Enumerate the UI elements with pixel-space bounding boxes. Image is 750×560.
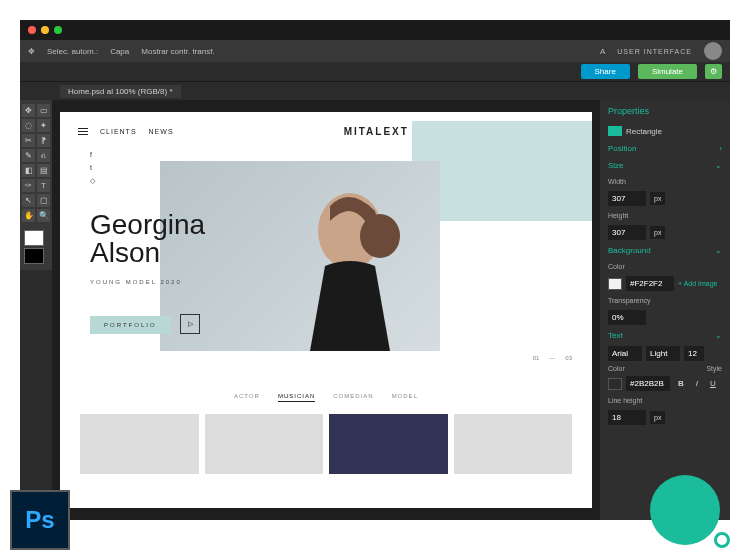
decorative-circle-small	[714, 532, 730, 548]
photoshop-badge: Ps	[10, 490, 70, 550]
width-label: Width	[600, 174, 730, 189]
app-window: ✥ Selec. autom.: Capa Mostrar contr. tra…	[20, 20, 730, 520]
shape-name: Rectangle	[626, 127, 662, 136]
font-select[interactable]	[608, 346, 642, 361]
simulate-button[interactable]: Simulate	[638, 64, 697, 79]
shape-tool-icon[interactable]: ▢	[37, 194, 50, 207]
hero-subtitle: YOUNG MODEL 2020	[90, 279, 182, 285]
stamp-tool-icon[interactable]: ⎌	[37, 149, 50, 162]
bg-color-input[interactable]	[626, 276, 674, 291]
underline-button[interactable]: U	[706, 377, 720, 390]
nav-news[interactable]: NEWS	[149, 128, 174, 135]
brush-tool-icon[interactable]: ✎	[22, 149, 35, 162]
add-image-button[interactable]: + Add Image	[678, 280, 718, 287]
background-swatch[interactable]	[24, 248, 44, 264]
portfolio-button[interactable]: PORTFOLIO	[90, 316, 171, 334]
layer-dropdown[interactable]: Capa	[110, 47, 129, 56]
chevron-down-icon: ⌄	[715, 331, 722, 340]
style-label: Style	[706, 365, 722, 372]
cat-model[interactable]: MODEL	[392, 393, 418, 402]
maximize-icon[interactable]	[54, 26, 62, 34]
text-section[interactable]: Text⌄	[600, 327, 730, 344]
fontsize-input[interactable]	[684, 346, 704, 361]
workspace: ✥ ▭ ◌ ✦ ✂ ⁋ ✎ ⎌ ◧ ▤ ✑ T ↖ ▢ ✋ 🔍	[20, 100, 730, 520]
cat-comedian[interactable]: COMEDIAN	[333, 393, 373, 402]
left-panels: ✥ ▭ ◌ ✦ ✂ ⁋ ✎ ⎌ ◧ ▤ ✑ T ↖ ▢ ✋ 🔍	[20, 100, 52, 520]
lasso-tool-icon[interactable]: ◌	[22, 119, 35, 132]
nav-clients[interactable]: CLIENTS	[100, 128, 137, 135]
hand-tool-icon[interactable]: ✋	[22, 209, 35, 222]
crop-tool-icon[interactable]: ✂	[22, 134, 35, 147]
auto-select-label: Selec. autom.:	[47, 47, 98, 56]
thumbnail[interactable]	[454, 414, 573, 474]
design-canvas[interactable]: CLIENTS NEWS MITALEXT ⌕ f t ◇	[60, 112, 592, 508]
type-tool-icon[interactable]: T	[37, 179, 50, 192]
canvas-area[interactable]: CLIENTS NEWS MITALEXT ⌕ f t ◇	[52, 100, 600, 520]
page-total: 03	[565, 355, 572, 361]
path-tool-icon[interactable]: ↖	[22, 194, 35, 207]
play-button[interactable]: ▷	[180, 314, 200, 334]
instagram-icon[interactable]: ◇	[90, 177, 95, 185]
chevron-right-icon: ›	[719, 144, 722, 153]
twitter-icon[interactable]: t	[90, 164, 95, 171]
zoom-tool-icon[interactable]: 🔍	[37, 209, 50, 222]
brand-logo: MITALEXT	[344, 126, 409, 137]
marquee-tool-icon[interactable]: ▭	[37, 104, 50, 117]
transparency-input[interactable]	[608, 310, 646, 325]
move-tool-icon[interactable]: ✥	[22, 104, 35, 117]
pen-tool-icon[interactable]: ✑	[22, 179, 35, 192]
minimize-icon[interactable]	[41, 26, 49, 34]
text-color-input[interactable]	[626, 376, 670, 391]
panel-title: Properties	[600, 100, 730, 122]
eyedropper-tool-icon[interactable]: ⁋	[37, 134, 50, 147]
social-links: f t ◇	[90, 151, 95, 185]
avatar[interactable]	[704, 42, 722, 60]
width-unit[interactable]: px	[650, 192, 665, 205]
text-a-icon[interactable]: A	[600, 47, 605, 56]
transparency-label: Transparency	[600, 293, 730, 308]
document-tabs: Home.psd al 100% (RGB/8) *	[20, 82, 730, 100]
options-bar: ✥ Selec. autom.: Capa Mostrar contr. tra…	[20, 40, 730, 62]
gradient-tool-icon[interactable]: ▤	[37, 164, 50, 177]
page-current: 01	[533, 355, 540, 361]
user-interface-label: USER INTERFACE	[617, 48, 692, 55]
settings-button[interactable]: ⚙	[705, 64, 722, 79]
color-label: Color	[600, 259, 730, 274]
share-button[interactable]: Share	[581, 64, 630, 79]
lineheight-label: Line height	[600, 393, 730, 408]
foreground-swatch[interactable]	[24, 230, 44, 246]
chevron-down-icon: ⌄	[715, 161, 722, 170]
weight-select[interactable]	[646, 346, 680, 361]
eraser-tool-icon[interactable]: ◧	[22, 164, 35, 177]
height-input[interactable]	[608, 225, 646, 240]
height-unit[interactable]: px	[650, 226, 665, 239]
toolbox: ✥ ▭ ◌ ✦ ✂ ⁋ ✎ ⎌ ◧ ▤ ✑ T ↖ ▢ ✋ 🔍	[20, 100, 52, 226]
move-tool-icon[interactable]: ✥	[28, 47, 35, 56]
category-tabs: ACTOR MUSICIAN COMEDIAN MODEL	[60, 381, 592, 414]
cat-actor[interactable]: ACTOR	[234, 393, 260, 402]
window-controls	[28, 26, 62, 34]
rectangle-icon	[608, 126, 622, 136]
thumbnail[interactable]	[205, 414, 324, 474]
text-color-swatch[interactable]	[608, 378, 622, 390]
italic-button[interactable]: I	[692, 377, 702, 390]
bold-button[interactable]: B	[674, 377, 688, 390]
thumbnail[interactable]	[80, 414, 199, 474]
background-section[interactable]: Background⌄	[600, 242, 730, 259]
transform-checkbox-label[interactable]: Mostrar contr. transf.	[141, 47, 214, 56]
lineheight-unit[interactable]: px	[650, 411, 665, 424]
size-section[interactable]: Size⌄	[600, 157, 730, 174]
facebook-icon[interactable]: f	[90, 151, 95, 158]
close-icon[interactable]	[28, 26, 36, 34]
cat-musician[interactable]: MUSICIAN	[278, 393, 315, 402]
color-swatches	[20, 226, 52, 270]
document-tab[interactable]: Home.psd al 100% (RGB/8) *	[60, 85, 181, 98]
wand-tool-icon[interactable]: ✦	[37, 119, 50, 132]
width-input[interactable]	[608, 191, 646, 206]
hamburger-icon[interactable]	[78, 128, 88, 135]
thumbnail[interactable]	[329, 414, 448, 474]
lineheight-input[interactable]	[608, 410, 646, 425]
properties-panel: Properties Rectangle Position› Size⌄ Wid…	[600, 100, 730, 520]
bg-color-swatch[interactable]	[608, 278, 622, 290]
position-section[interactable]: Position›	[600, 140, 730, 157]
